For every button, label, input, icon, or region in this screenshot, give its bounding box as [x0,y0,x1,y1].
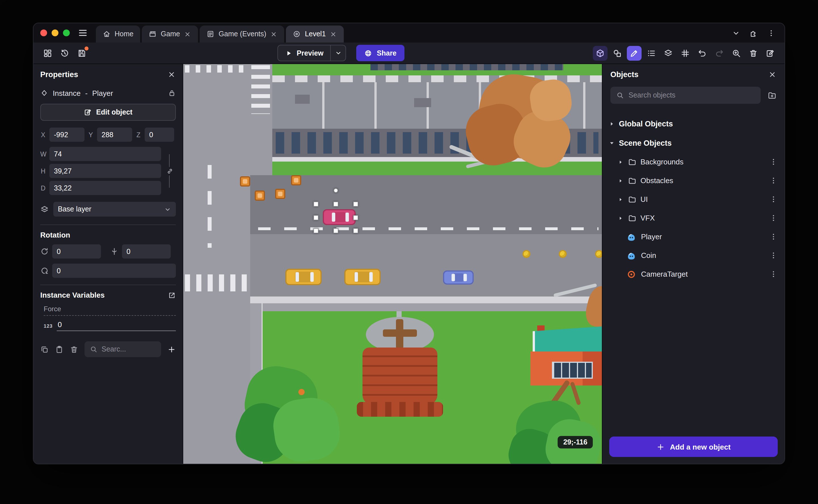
share-label: Share [377,49,397,57]
crate-instance[interactable] [255,190,265,201]
project-manager-button[interactable] [40,46,55,60]
play-icon [285,49,293,57]
scene-canvas[interactable]: 29;-116 [183,64,602,464]
add-new-object-button[interactable]: Add a new object [609,437,778,457]
selection-handle[interactable] [353,228,358,233]
objects-search[interactable] [610,87,761,104]
objects-search-input[interactable] [629,91,755,99]
paste-icon[interactable] [55,345,64,353]
zoom-button[interactable] [729,46,744,60]
edit-scene-properties-button[interactable] [763,46,778,60]
selection-handle[interactable] [353,215,358,220]
external-link-icon[interactable] [168,291,176,299]
selection-handle[interactable] [313,215,318,220]
close-window-button[interactable] [40,29,47,36]
layers-button[interactable] [661,46,676,60]
extensions-icon[interactable] [749,29,758,37]
history-button[interactable] [57,46,72,60]
trash-icon[interactable] [70,345,78,353]
kebab-menu-icon[interactable] [769,270,778,278]
close-icon[interactable] [167,70,176,79]
redo-button[interactable] [712,46,727,60]
object-player[interactable]: Player [603,227,785,246]
save-button[interactable] [74,46,89,60]
kebab-menu-icon[interactable] [769,232,778,241]
coin-instance[interactable] [523,250,531,258]
selection-handle[interactable] [333,202,338,207]
close-icon[interactable] [270,30,278,38]
variables-search[interactable] [84,341,161,357]
hamburger-menu-icon[interactable] [78,28,88,38]
folder-backgrounds[interactable]: Backgrounds [603,153,785,171]
kebab-menu-icon[interactable] [769,214,778,222]
maximize-window-button[interactable] [63,29,70,36]
tab-game-events[interactable]: Game (Events) [200,26,284,43]
variable-value-input[interactable]: 0 [56,320,176,331]
crate-instance[interactable] [240,176,250,187]
folder-ui[interactable]: UI [603,190,785,209]
share-button[interactable]: Share [356,45,405,61]
toggle-3d-view-button[interactable] [593,46,608,60]
close-icon[interactable] [768,70,777,79]
y-input[interactable] [97,128,132,142]
rotation-y-input[interactable] [122,244,171,259]
close-icon[interactable] [184,30,191,38]
objects-tool-button[interactable] [610,46,625,60]
object-cameratarget[interactable]: CameraTarget [603,265,785,283]
lock-icon[interactable] [168,89,176,97]
instances-list-button[interactable] [644,46,659,60]
rotation-z-input[interactable] [52,264,176,278]
crate-instance[interactable] [275,189,285,199]
chevron-down-icon[interactable] [732,29,740,37]
variables-search-input[interactable] [101,345,156,353]
width-input[interactable] [49,147,161,161]
folder-obstacles[interactable]: Obstacles [603,171,785,190]
tab-home[interactable]: Home [96,26,140,43]
selection-box[interactable] [316,204,356,231]
tab-level1[interactable]: Level1 [286,26,344,43]
coin-instance[interactable] [595,250,602,258]
close-icon[interactable] [330,30,337,38]
tower-instance[interactable] [360,311,440,419]
z-input[interactable] [145,128,174,142]
car-yellow-instance[interactable] [285,269,322,285]
new-folder-icon[interactable] [768,91,777,100]
layer-select[interactable]: Base layer [53,202,176,217]
edit-object-button[interactable]: Edit object [40,104,176,121]
selection-handle[interactable] [313,228,318,233]
minimize-window-button[interactable] [52,29,58,36]
preview-button[interactable]: Preview [277,45,346,61]
kebab-menu-icon[interactable] [769,176,778,185]
selection-handle[interactable] [353,202,358,207]
kebab-menu-icon[interactable] [769,251,778,260]
coin-instance[interactable] [559,250,567,258]
global-objects-group[interactable]: Global Objects [603,114,785,133]
x-input[interactable] [49,128,84,142]
scene-objects-group[interactable]: Scene Objects [603,133,785,153]
car-blue-instance[interactable] [443,270,474,285]
edit-mode-button[interactable] [627,46,642,60]
link-dimensions-icon[interactable] [166,167,174,175]
height-input[interactable] [49,164,161,178]
delete-button[interactable] [746,46,761,60]
depth-input[interactable] [49,181,161,195]
number-type-badge: 123 [44,323,52,331]
kebab-menu-icon[interactable] [769,195,778,204]
crate-instance[interactable] [291,175,301,185]
undo-button[interactable] [695,46,710,60]
selection-rotate-handle[interactable] [333,188,338,193]
kebab-menu-icon[interactable] [767,29,775,37]
variable-name[interactable]: Force [44,305,176,316]
add-variable-icon[interactable] [167,345,176,353]
tab-game[interactable]: Game [142,26,198,43]
object-coin[interactable]: Coin [603,246,785,265]
preview-options-button[interactable] [331,45,346,61]
grid-button[interactable] [678,46,693,60]
selection-handle[interactable] [313,202,318,207]
folder-vfx[interactable]: VFX [603,209,785,227]
rotation-x-input[interactable] [52,244,101,259]
kebab-menu-icon[interactable] [769,158,778,166]
selection-handle[interactable] [333,228,338,233]
copy-icon[interactable] [40,345,49,353]
car-yellow-instance[interactable] [344,269,380,285]
